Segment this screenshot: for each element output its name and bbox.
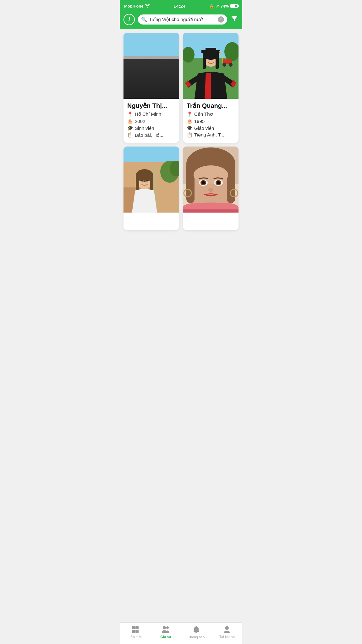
svg-rect-41 xyxy=(136,175,139,192)
svg-point-13 xyxy=(152,65,155,68)
carrier-label: MobiFone xyxy=(124,4,143,8)
role-icon-2: 🎓 xyxy=(187,125,192,131)
year-icon-1: 🎂 xyxy=(127,118,133,124)
search-text: Tiếng Việt cho người nướ xyxy=(149,17,216,22)
subject-icon-2: 📋 xyxy=(187,132,192,138)
svg-rect-2 xyxy=(123,70,179,99)
tutor-year-1: 🎂 2002 xyxy=(127,118,175,124)
svg-rect-6 xyxy=(124,66,132,67)
svg-point-54 xyxy=(194,165,228,184)
tutor-location-2: 📍 Cần Thơ xyxy=(187,111,235,117)
tutor-name-2: Trần Quang... xyxy=(187,102,235,109)
location-arrow-icon: ↗ xyxy=(216,4,219,8)
svg-point-12 xyxy=(148,65,151,68)
svg-rect-27 xyxy=(203,53,206,69)
svg-point-60 xyxy=(217,181,220,184)
tutor-card-1[interactable]: Nguyễn Thị... 📍 Hồ Chí Minh 🎂 2002 🎓 Sin… xyxy=(123,33,179,143)
tutor-name-1: Nguyễn Thị... xyxy=(127,102,175,109)
svg-rect-1 xyxy=(123,55,179,74)
filter-button[interactable] xyxy=(230,14,239,25)
tutor-card-3[interactable] xyxy=(123,147,179,230)
svg-point-24 xyxy=(229,63,233,67)
svg-point-14 xyxy=(148,65,150,67)
svg-point-46 xyxy=(146,180,148,181)
svg-point-15 xyxy=(153,65,155,67)
status-left: MobiFone xyxy=(124,4,150,8)
svg-rect-28 xyxy=(216,53,219,69)
subject-icon-1: 📋 xyxy=(127,132,133,138)
battery-icon xyxy=(230,4,238,8)
svg-rect-11 xyxy=(157,60,161,82)
svg-rect-5 xyxy=(130,64,132,77)
tutor-photo-4 xyxy=(183,147,239,213)
svg-point-23 xyxy=(222,63,226,67)
svg-point-16 xyxy=(138,76,146,82)
tutor-photo-1 xyxy=(123,33,179,99)
status-right: 🔒 ↗ 74% xyxy=(209,4,238,8)
location-icon-1: 📍 xyxy=(127,111,133,117)
tutor-info-4 xyxy=(183,213,239,230)
svg-rect-42 xyxy=(150,175,153,192)
svg-point-9 xyxy=(142,54,161,68)
svg-rect-30 xyxy=(206,48,216,52)
svg-point-8 xyxy=(143,56,160,75)
svg-point-59 xyxy=(202,181,205,184)
tutor-photo-2 xyxy=(183,33,239,99)
role-icon-1: 🎓 xyxy=(127,125,133,131)
tutor-photo-3 xyxy=(123,147,179,213)
svg-point-17 xyxy=(156,76,165,82)
tutor-role-1: 🎓 Sinh viên xyxy=(127,125,175,131)
header: i 🔍 Tiếng Việt cho người nướ × xyxy=(120,11,242,29)
battery-percent: 74% xyxy=(221,4,229,8)
lock-icon: 🔒 xyxy=(209,4,214,8)
tutor-grid: Nguyễn Thị... 📍 Hồ Chí Minh 🎂 2002 🎓 Sin… xyxy=(120,29,242,234)
tutor-info-1: Nguyễn Thị... 📍 Hồ Chí Minh 🎂 2002 🎓 Sin… xyxy=(123,99,179,143)
svg-rect-4 xyxy=(127,64,129,77)
time-label: 14:24 xyxy=(173,3,185,9)
tutor-subjects-1: 📋 Báo bài, Hó... xyxy=(127,132,175,138)
status-bar: MobiFone 14:24 🔒 ↗ 74% xyxy=(120,0,242,11)
info-button[interactable]: i xyxy=(123,14,135,25)
svg-rect-7 xyxy=(124,72,132,73)
svg-point-45 xyxy=(141,180,143,181)
search-bar[interactable]: 🔍 Tiếng Việt cho người nướ × xyxy=(138,14,227,25)
tutor-name-3 xyxy=(127,216,175,225)
svg-point-61 xyxy=(208,188,213,192)
location-icon-2: 📍 xyxy=(187,111,192,117)
tutor-role-2: 🎓 Giáo viên xyxy=(187,125,235,131)
svg-rect-10 xyxy=(142,60,146,82)
tutor-card-4[interactable] xyxy=(183,147,239,230)
wifi-icon xyxy=(145,4,150,8)
search-clear-button[interactable]: × xyxy=(218,16,224,23)
tutor-info-2: Trần Quang... 📍 Cần Thơ 🎂 1995 🎓 Giáo vi… xyxy=(183,99,239,143)
search-icon: 🔍 xyxy=(141,17,147,22)
tutor-subjects-2: 📋 Tiếng Anh, T... xyxy=(187,132,235,138)
svg-rect-3 xyxy=(124,64,125,77)
svg-rect-64 xyxy=(183,209,239,213)
tutor-info-3 xyxy=(123,213,179,230)
tutor-name-4 xyxy=(187,216,235,225)
svg-rect-0 xyxy=(123,33,179,58)
tutor-location-1: 📍 Hồ Chí Minh xyxy=(127,111,175,117)
year-icon-2: 🎂 xyxy=(187,118,192,124)
tutor-card-2[interactable]: Trần Quang... 📍 Cần Thơ 🎂 1995 🎓 Giáo vi… xyxy=(183,33,239,143)
tutor-year-2: 🎂 1995 xyxy=(187,118,235,124)
